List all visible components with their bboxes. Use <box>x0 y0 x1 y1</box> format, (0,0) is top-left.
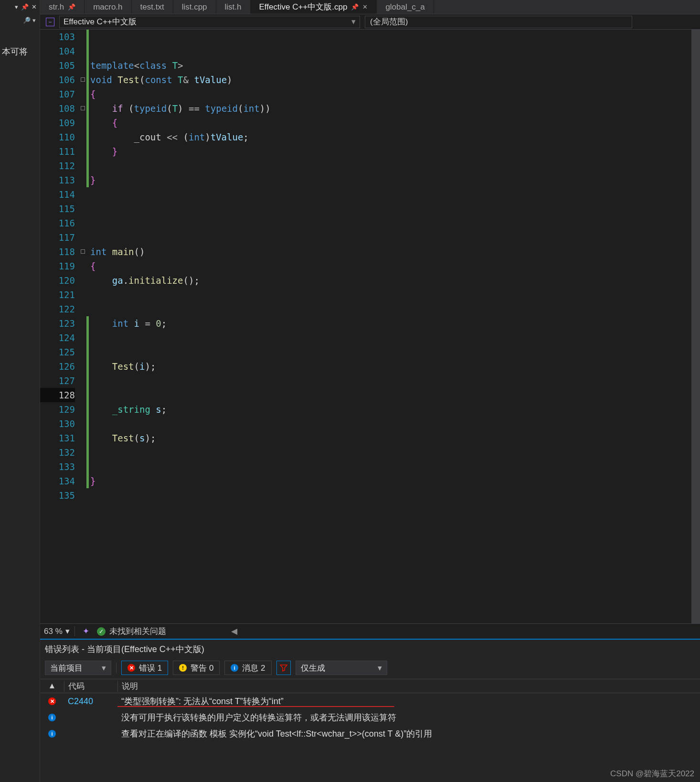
tab-Effective-C-cpp[interactable]: Effective C++中文版.cpp📌✕ <box>251 0 377 14</box>
error-scope-text: 当前项目 <box>50 663 83 674</box>
col-code[interactable]: 代码 <box>64 681 117 692</box>
chevron-down-icon: ▾ <box>102 663 106 673</box>
error-list-panel: 错误列表 - 当前项目(Effective C++中文版) 当前项目 ▾ ✕ 错… <box>40 639 700 782</box>
zoom-text: 63 % <box>44 627 63 636</box>
error-description: “类型强制转换”: 无法从“const T”转换为“int” <box>117 696 700 707</box>
tab-label: Effective C++中文版.cpp <box>259 1 348 12</box>
info-icon: i <box>48 730 56 738</box>
messages-filter-pill[interactable]: i 消息 2 <box>224 661 271 675</box>
messages-count: 消息 2 <box>242 663 265 674</box>
dropdown-icon[interactable]: ▾ <box>15 3 18 11</box>
error-list-title: 错误列表 - 当前项目(Effective C++中文版) <box>40 640 700 659</box>
filter-button[interactable] <box>276 661 291 675</box>
editor-status-bar: 63 % ▾ ✦ ✓ 未找到相关问题 ◀ <box>40 623 700 639</box>
close-icon[interactable]: ✕ <box>32 3 37 11</box>
warnings-filter-pill[interactable]: ! 警告 0 <box>173 661 220 675</box>
chevron-down-icon: ▾ <box>378 663 382 673</box>
check-icon: ✓ <box>97 627 106 636</box>
tab-str-h[interactable]: str.h📌 <box>40 0 85 14</box>
search-icon[interactable]: 🔎 ▾ <box>23 17 36 24</box>
funnel-icon <box>280 664 287 672</box>
vertical-scrollbar[interactable] <box>691 30 700 623</box>
side-panel-truncated-text: 本可将 <box>0 27 40 57</box>
error-grid-header: ▲ 代码 说明 <box>40 679 700 693</box>
errors-count: 错误 1 <box>139 663 162 674</box>
build-filter-text: 仅生成 <box>301 663 325 674</box>
nav-back-forward-icon[interactable]: ↔ <box>46 18 54 26</box>
tab-list-h[interactable]: list.h <box>216 0 251 14</box>
error-description: 没有可用于执行该转换的用户定义的转换运算符，或者无法调用该运算符 <box>117 712 700 723</box>
tab-macro-h[interactable]: macro.h <box>85 0 131 14</box>
error-row[interactable]: i没有可用于执行该转换的用户定义的转换运算符，或者无法调用该运算符 <box>40 709 700 726</box>
watermark: CSDN @碧海蓝天2022 <box>610 768 694 779</box>
tab-global_c_a[interactable]: global_c_a <box>377 0 434 14</box>
build-filter-combo[interactable]: 仅生成 ▾ <box>296 661 387 675</box>
tab-label: str.h <box>49 2 64 12</box>
tab-test-txt[interactable]: test.txt <box>132 0 173 14</box>
info-icon: i <box>48 714 56 721</box>
chevron-down-icon: ▾ <box>65 626 70 636</box>
tab-label: test.txt <box>140 2 164 12</box>
close-icon[interactable]: ✕ <box>362 3 368 11</box>
warning-icon: ! <box>179 664 187 672</box>
warnings-count: 警告 0 <box>191 663 213 674</box>
tab-bar: str.h📌macro.htest.txtlist.cpplist.hEffec… <box>40 0 700 14</box>
error-grid-body: ✕C2440“类型强制转换”: 无法从“const T”转换为“int”i没有可… <box>40 693 700 742</box>
tab-list-cpp[interactable]: list.cpp <box>173 0 216 14</box>
toolbar-separator <box>116 663 117 673</box>
error-row[interactable]: i查看对正在编译的函数 模板 实例化“void Test<lf::Str<wch… <box>40 726 700 742</box>
breadcrumb-scope: (全局范围) <box>370 16 408 27</box>
errors-filter-pill[interactable]: ✕ 错误 1 <box>121 661 168 675</box>
intellisense-icon[interactable]: ✦ <box>83 626 89 636</box>
pin-icon[interactable]: 📌 <box>21 3 29 11</box>
error-description: 查看对正在编译的函数 模板 实例化“void Test<lf::Str<wcha… <box>117 728 700 739</box>
error-row[interactable]: ✕C2440“类型强制转换”: 无法从“const T”转换为“int” <box>40 693 700 709</box>
error-list-toolbar: 当前项目 ▾ ✕ 错误 1 ! 警告 0 i 消息 2 <box>40 659 700 677</box>
pin-icon[interactable]: 📌 <box>351 3 359 11</box>
side-panel: ▾ 📌 ✕ 🔎 ▾ 本可将 <box>0 0 40 782</box>
breadcrumb-scope-combo[interactable]: (全局范围) <box>365 16 632 28</box>
error-scope-combo[interactable]: 当前项目 ▾ <box>45 661 111 675</box>
breadcrumb-bar: ↔ Effective C++中文版 ▾ (全局范围) <box>40 14 700 30</box>
issues-status-text: 未找到相关问题 <box>109 626 166 637</box>
issues-status[interactable]: ✓ 未找到相关问题 <box>97 626 166 637</box>
error-icon: ✕ <box>127 664 135 672</box>
line-number-gutter: 1031041051061071081091101111121131141151… <box>40 30 80 623</box>
side-panel-header: ▾ 📌 ✕ <box>0 0 40 13</box>
breadcrumb-file: Effective C++中文版 <box>64 16 137 27</box>
col-description[interactable]: 说明 <box>117 681 700 692</box>
outline-gutter[interactable] <box>80 30 86 623</box>
scroll-left-icon[interactable]: ◀ <box>231 626 237 636</box>
pin-icon[interactable]: 📌 <box>68 3 75 11</box>
tab-label: list.cpp <box>182 2 207 12</box>
code-editor[interactable]: 1031041051061071081091101111121131141151… <box>40 30 700 623</box>
tab-label: global_c_a <box>385 2 424 12</box>
tab-label: list.h <box>225 2 242 12</box>
search-row: 🔎 ▾ <box>0 13 40 27</box>
sort-indicator[interactable]: ▲ <box>40 681 64 691</box>
err-icon: ✕ <box>48 697 56 705</box>
tab-label: macro.h <box>93 2 122 12</box>
error-code[interactable]: C2440 <box>64 696 117 707</box>
chevron-down-icon: ▾ <box>351 17 356 27</box>
zoom-level[interactable]: 63 % ▾ <box>44 626 75 636</box>
breadcrumb-file-combo[interactable]: Effective C++中文版 ▾ <box>59 16 360 28</box>
info-icon: i <box>231 664 238 672</box>
code-area[interactable]: template<class T>void Test(const T& tVal… <box>86 30 691 623</box>
